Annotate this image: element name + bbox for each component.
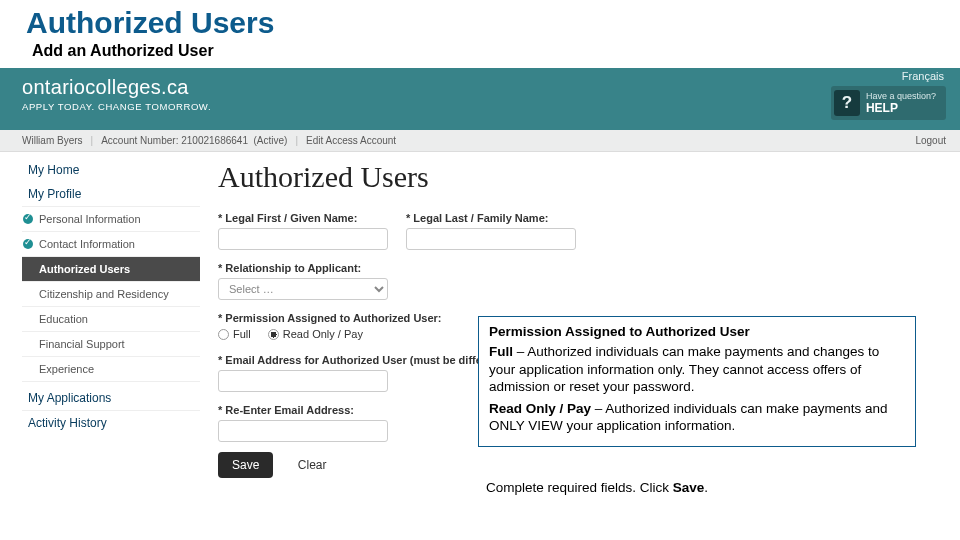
account-status: (Active) bbox=[254, 135, 288, 146]
permission-readonly-radio[interactable]: Read Only / Pay bbox=[268, 328, 363, 340]
clear-button[interactable]: Clear bbox=[284, 452, 341, 478]
sidebar-item-citizenship[interactable]: Citizenship and Residency bbox=[22, 281, 200, 306]
help-prompt: Have a question? bbox=[866, 91, 936, 101]
callout-title: Permission Assigned to Authorized User bbox=[489, 323, 905, 340]
sidebar-item-activity-history[interactable]: Activity History bbox=[22, 410, 200, 435]
callout-readonly: Read Only / Pay – Authorized individuals… bbox=[489, 400, 905, 435]
separator: | bbox=[91, 135, 94, 146]
last-name-input[interactable] bbox=[406, 228, 576, 250]
logout-link[interactable]: Logout bbox=[915, 135, 946, 146]
first-name-label: * Legal First / Given Name: bbox=[218, 212, 388, 224]
sidebar-item-personal-info[interactable]: Personal Information bbox=[22, 206, 200, 231]
account-bar: William Byers | Account Number: 21002168… bbox=[0, 130, 960, 152]
help-main: HELP bbox=[866, 101, 936, 115]
callout-full: Full – Authorized individuals can make p… bbox=[489, 343, 905, 395]
help-button[interactable]: ? Have a question? HELP bbox=[831, 86, 946, 120]
account-name: William Byers bbox=[22, 135, 83, 146]
save-button[interactable]: Save bbox=[218, 452, 273, 478]
question-icon: ? bbox=[834, 90, 860, 116]
brand-line1: ontariocolleges.ca bbox=[22, 76, 211, 99]
separator: | bbox=[295, 135, 298, 146]
permission-full-radio[interactable]: Full bbox=[218, 328, 251, 340]
sidebar-item-my-home[interactable]: My Home bbox=[22, 158, 200, 182]
header-bar: ontariocolleges.ca APPLY TODAY. CHANGE T… bbox=[0, 68, 960, 130]
relationship-select[interactable]: Select … bbox=[218, 278, 388, 300]
sidebar-item-my-profile[interactable]: My Profile bbox=[22, 182, 200, 206]
form-heading: Authorized Users bbox=[218, 160, 960, 194]
reenter-email-input[interactable] bbox=[218, 420, 388, 442]
brand-line2: APPLY TODAY. CHANGE TOMORROW. bbox=[22, 101, 211, 112]
sidebar-item-authorized-users[interactable]: Authorized Users bbox=[22, 256, 200, 281]
account-number-value: 210021686641 bbox=[181, 135, 248, 146]
last-name-label: * Legal Last / Family Name: bbox=[406, 212, 576, 224]
sidebar-item-education[interactable]: Education bbox=[22, 306, 200, 331]
brand-logo: ontariocolleges.ca APPLY TODAY. CHANGE T… bbox=[22, 76, 211, 112]
language-link[interactable]: Français bbox=[898, 70, 948, 82]
email-input[interactable] bbox=[218, 370, 388, 392]
sidebar-item-contact-info[interactable]: Contact Information bbox=[22, 231, 200, 256]
sidebar-item-financial-support[interactable]: Financial Support bbox=[22, 331, 200, 356]
sidebar: My Home My Profile Personal Information … bbox=[0, 152, 200, 478]
edit-access-link[interactable]: Edit Access Account bbox=[306, 135, 396, 146]
first-name-input[interactable] bbox=[218, 228, 388, 250]
permission-callout: Permission Assigned to Authorized User F… bbox=[478, 316, 916, 447]
sidebar-item-my-applications[interactable]: My Applications bbox=[22, 386, 200, 410]
account-number-label: Account Number: bbox=[101, 135, 178, 146]
callout-instruction: Complete required fields. Click Save. bbox=[486, 480, 708, 495]
page-title: Authorized Users bbox=[0, 0, 960, 42]
sidebar-item-experience[interactable]: Experience bbox=[22, 356, 200, 382]
relationship-label: * Relationship to Applicant: bbox=[218, 262, 960, 274]
page-subtitle: Add an Authorized User bbox=[0, 42, 960, 68]
